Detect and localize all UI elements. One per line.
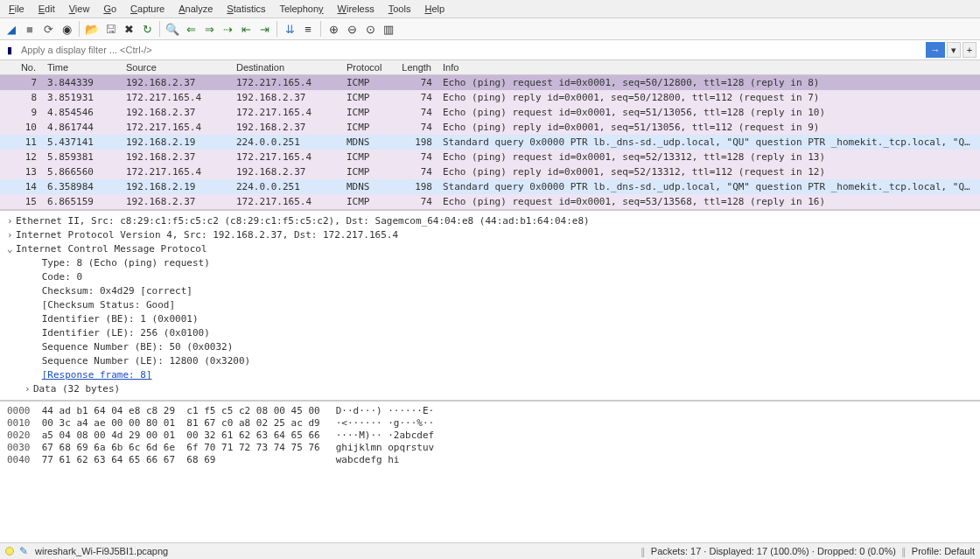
packet-row[interactable]: 104.861744172.217.165.4192.168.2.37ICMP7… [0,120,980,135]
tree-icmp-data[interactable]: ›Data (32 bytes) [7,382,973,396]
menu-wireless[interactable]: Wireless [332,2,380,16]
stop-capture-icon[interactable]: ■ [22,21,38,37]
go-first-icon[interactable]: ⇤ [238,21,254,37]
tree-ip[interactable]: ›Internet Protocol Version 4, Src: 192.1… [7,228,973,242]
toolbar-separator [79,21,80,37]
go-forward-icon[interactable]: ⇒ [201,21,217,37]
open-file-icon[interactable]: 📂 [84,21,100,37]
menu-capture[interactable]: Capture [125,2,170,16]
menu-view[interactable]: View [64,2,95,16]
packet-bytes-pane: 0000 44 ad b1 64 04 e8 c8 29 c1 f5 c5 c2… [0,402,980,542]
status-filename: wireshark_Wi-Fi9J5BI1.pcapng [35,546,168,556]
toolbar-separator [276,21,277,37]
tree-ethernet-label: Ethernet II, Src: c8:29:c1:f5:c5:c2 (c8:… [16,215,590,227]
tree-icmp[interactable]: ⌄Internet Control Message Protocol [7,242,973,256]
menu-tools[interactable]: Tools [383,2,416,16]
tree-ethernet[interactable]: ›Ethernet II, Src: c8:29:c1:f5:c5:c2 (c8… [7,214,973,228]
col-header-length[interactable]: Length [396,60,438,74]
display-filter-bar: ▮ → ▾ + [0,40,980,60]
menu-edit[interactable]: Edit [33,2,60,16]
col-header-protocol[interactable]: Protocol [341,60,396,74]
shark-fin-icon[interactable]: ◢ [4,21,19,37]
edit-capture-comment-icon[interactable]: ✎ [19,545,28,557]
zoom-out-icon[interactable]: ⊖ [344,21,360,37]
col-header-no[interactable]: No. [0,60,42,74]
resize-columns-icon[interactable]: ▥ [381,21,396,37]
reload-icon[interactable]: ↻ [139,21,155,37]
bytes-row[interactable]: 0020 a5 04 08 00 4d 29 00 01 00 32 61 62… [7,430,973,442]
display-filter-input[interactable] [19,43,924,57]
filter-history-dropdown[interactable]: ▾ [947,42,961,58]
col-header-info[interactable]: Info [438,60,980,74]
tree-icmp-type[interactable]: Type: 8 (Echo (ping) request) [7,256,973,270]
main-toolbar: ◢ ■ ⟳ ◉ 📂 🖫 ✖ ↻ 🔍 ⇐ ⇒ ⇢ ⇤ ⇥ ⇊ ≡ ⊕ ⊖ ⊙ ▥ [0,18,980,40]
status-bar: ✎ wireshark_Wi-Fi9J5BI1.pcapng ‖ Packets… [0,542,980,559]
apply-filter-button[interactable]: → [926,42,945,58]
tree-icmp-response-frame[interactable]: [Response frame: 8] [7,368,973,382]
close-file-icon[interactable]: ✖ [121,21,136,37]
tree-icmp-checksum[interactable]: Checksum: 0x4d29 [correct] [7,284,973,298]
status-packet-stats: Packets: 17 · Displayed: 17 (100.0%) · D… [651,546,896,556]
toolbar-separator [320,21,321,37]
find-packet-icon[interactable]: 🔍 [164,21,180,37]
packet-row[interactable]: 115.437141192.168.2.19224.0.0.251MDNS198… [0,135,980,150]
save-file-icon[interactable]: 🖫 [102,21,118,37]
go-to-packet-icon[interactable]: ⇢ [220,21,235,37]
toolbar-separator [159,21,160,37]
menu-help[interactable]: Help [419,2,450,16]
packet-row[interactable]: 94.854546192.168.2.37172.217.165.4ICMP74… [0,105,980,120]
bytes-row[interactable]: 0040 77 61 62 63 64 65 66 67 68 69 wabcd… [7,454,973,466]
zoom-in-icon[interactable]: ⊕ [326,21,341,37]
bytes-row[interactable]: 0030 67 68 69 6a 6b 6c 6d 6e 6f 70 71 72… [7,442,973,454]
add-filter-button[interactable]: + [962,42,976,58]
go-last-icon[interactable]: ⇥ [256,21,272,37]
col-header-source[interactable]: Source [121,60,231,74]
tree-icmp-checksum-status[interactable]: [Checksum Status: Good] [7,298,973,312]
tree-ip-label: Internet Protocol Version 4, Src: 192.16… [16,229,398,241]
capture-options-icon[interactable]: ◉ [59,21,74,37]
tree-icmp-code[interactable]: Code: 0 [7,270,973,284]
col-header-destination[interactable]: Destination [231,60,341,74]
menu-telephony[interactable]: Telephony [274,2,328,16]
tree-icmp-id-le[interactable]: Identifier (LE): 256 (0x0100) [7,326,973,340]
packet-row[interactable]: 73.844339192.168.2.37172.217.165.4ICMP74… [0,75,980,90]
zoom-reset-icon[interactable]: ⊙ [362,21,378,37]
packet-row[interactable]: 83.851931172.217.165.4192.168.2.37ICMP74… [0,90,980,105]
go-back-icon[interactable]: ⇐ [183,21,199,37]
colorize-icon[interactable]: ≡ [300,21,316,37]
packet-details-pane: ›Ethernet II, Src: c8:29:c1:f5:c5:c2 (c8… [0,211,980,402]
menu-analyze[interactable]: Analyze [173,2,218,16]
auto-scroll-icon[interactable]: ⇊ [282,21,298,37]
packet-row[interactable]: 146.358984192.168.2.19224.0.0.251MDNS198… [0,179,980,194]
tree-icmp-seq-be[interactable]: Sequence Number (BE): 50 (0x0032) [7,340,973,354]
packet-list-header: No. Time Source Destination Protocol Len… [0,60,980,75]
bytes-row[interactable]: 0000 44 ad b1 64 04 e8 c8 29 c1 f5 c5 c2… [7,405,973,417]
expert-info-icon[interactable] [5,547,14,556]
bytes-row[interactable]: 0010 00 3c a4 ae 00 00 80 01 81 67 c0 a8… [7,417,973,430]
status-profile[interactable]: Profile: Default [912,546,975,556]
menu-bar: File Edit View Go Capture Analyze Statis… [0,0,980,18]
menu-file[interactable]: File [4,2,30,16]
packet-list-body: 73.844339192.168.2.37172.217.165.4ICMP74… [0,75,980,209]
packet-list-pane: No. Time Source Destination Protocol Len… [0,60,980,211]
tree-icmp-label: Internet Control Message Protocol [16,243,207,255]
menu-go[interactable]: Go [98,2,122,16]
tree-icmp-seq-le[interactable]: Sequence Number (LE): 12800 (0x3200) [7,354,973,368]
packet-row[interactable]: 135.866560172.217.165.4192.168.2.37ICMP7… [0,164,980,179]
menu-statistics[interactable]: Statistics [221,2,270,16]
packet-row[interactable]: 125.859381192.168.2.37172.217.165.4ICMP7… [0,150,980,164]
bookmark-filter-icon[interactable]: ▮ [4,44,16,56]
col-header-time[interactable]: Time [42,60,121,74]
restart-capture-icon[interactable]: ⟳ [40,21,56,37]
packet-row[interactable]: 156.865159192.168.2.37172.217.165.4ICMP7… [0,194,980,209]
tree-icmp-id-be[interactable]: Identifier (BE): 1 (0x0001) [7,312,973,326]
